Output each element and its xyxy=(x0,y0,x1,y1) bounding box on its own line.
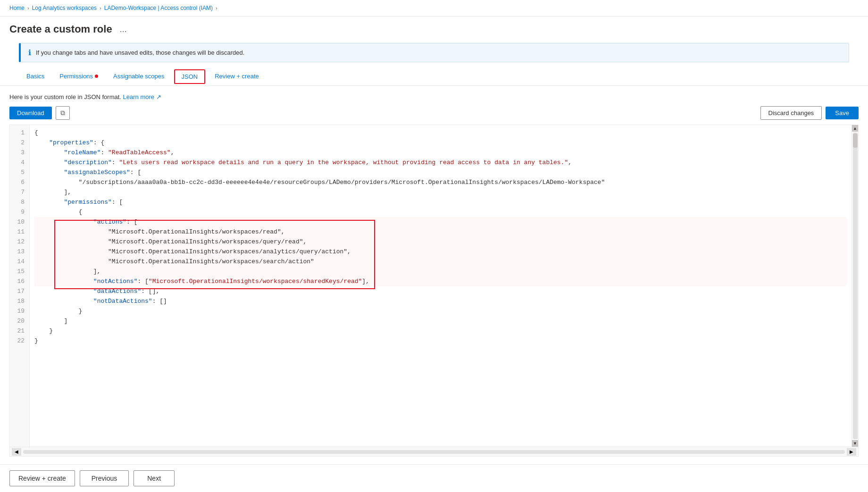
code-line-17: "dataActions": [], xyxy=(34,286,847,296)
code-line-1: { xyxy=(34,128,847,138)
line-number-2: 2 xyxy=(10,138,29,148)
breadcrumb-chevron-1: › xyxy=(27,5,29,11)
discard-changes-button[interactable]: Discard changes xyxy=(760,106,822,120)
breadcrumb-chevron-2: › xyxy=(100,5,101,11)
horizontal-scrollbar[interactable]: ◀ ▶ xyxy=(10,447,858,456)
copy-icon: ⧉ xyxy=(60,109,65,117)
vertical-scrollbar[interactable]: ▲ ▼ xyxy=(851,125,858,447)
code-line-9: { xyxy=(34,207,847,217)
info-banner: ℹ If you change tabs and have unsaved ed… xyxy=(19,43,849,62)
code-line-12: "Microsoft.OperationalInsights/workspace… xyxy=(34,237,847,247)
download-button[interactable]: Download xyxy=(9,107,52,119)
toolbar-right: Discard changes Save xyxy=(760,106,859,120)
page-title: Create a custom role xyxy=(9,23,112,35)
ellipsis-button[interactable]: ... xyxy=(117,24,130,35)
line-number-8: 8 xyxy=(10,197,29,207)
line-number-20: 20 xyxy=(10,316,29,326)
code-line-3: "roleName": "ReadTableAccess", xyxy=(34,148,847,158)
code-editor: 12345678910111213141516171819202122 { "p… xyxy=(9,125,859,457)
code-line-8: "permissions": [ xyxy=(34,197,847,207)
permissions-dot xyxy=(95,75,98,78)
line-number-6: 6 xyxy=(10,177,29,187)
bottom-navigation: Review + create Previous Next xyxy=(0,464,868,492)
page-header: Create a custom role ... ℹ If you change… xyxy=(0,17,868,86)
line-number-13: 13 xyxy=(10,247,29,257)
code-line-11: "Microsoft.OperationalInsights/workspace… xyxy=(34,227,847,237)
h-scroll-track[interactable] xyxy=(23,450,845,454)
line-number-1: 1 xyxy=(10,128,29,138)
code-line-10: "actions": [ xyxy=(34,217,847,227)
breadcrumb-chevron-3: › xyxy=(216,5,217,11)
scroll-left-button[interactable]: ◀ xyxy=(12,448,21,456)
line-number-10: 10 xyxy=(10,217,29,227)
line-number-12: 12 xyxy=(10,237,29,247)
code-line-21: } xyxy=(34,326,847,336)
line-number-21: 21 xyxy=(10,326,29,336)
toolbar-left: Download ⧉ xyxy=(9,106,70,120)
breadcrumb-workspace[interactable]: LADemo-Workspace | Access control (IAM) xyxy=(104,5,213,11)
line-numbers: 12345678910111213141516171819202122 xyxy=(10,125,30,447)
line-number-5: 5 xyxy=(10,167,29,177)
code-line-14: "Microsoft.OperationalInsights/workspace… xyxy=(34,257,847,267)
tabs: Basics Permissions Assignable scopes JSO… xyxy=(9,68,859,85)
line-number-7: 7 xyxy=(10,187,29,197)
toolbar-row: Download ⧉ Discard changes Save xyxy=(9,106,859,120)
code-line-4: "description": "Lets users read workspac… xyxy=(34,158,847,167)
copy-button[interactable]: ⧉ xyxy=(56,106,70,120)
code-content[interactable]: { "properties": { "roleName": "ReadTable… xyxy=(30,125,851,447)
line-number-19: 19 xyxy=(10,306,29,316)
line-number-17: 17 xyxy=(10,286,29,296)
code-line-2: "properties": { xyxy=(34,138,847,148)
info-icon: ℹ xyxy=(28,48,31,57)
line-number-15: 15 xyxy=(10,267,29,276)
tab-basics[interactable]: Basics xyxy=(19,68,52,85)
code-line-6: "/subscriptions/aaaa0a0a-bb1b-cc2c-dd3d-… xyxy=(34,177,847,187)
main-content: Here is your custom role in JSON format.… xyxy=(0,86,868,464)
scroll-up-button[interactable]: ▲ xyxy=(852,125,859,132)
breadcrumb: Home › Log Analytics workspaces › LADemo… xyxy=(0,0,868,17)
code-line-20: ] xyxy=(34,316,847,326)
next-button[interactable]: Next xyxy=(134,470,175,486)
code-line-22: } xyxy=(34,336,847,346)
line-number-4: 4 xyxy=(10,158,29,167)
line-number-14: 14 xyxy=(10,257,29,267)
scroll-thumb[interactable] xyxy=(853,133,858,148)
code-line-15: ], xyxy=(34,267,847,276)
code-line-16: "notActions": ["Microsoft.OperationalIns… xyxy=(34,276,847,286)
line-number-16: 16 xyxy=(10,276,29,286)
tab-json[interactable]: JSON xyxy=(174,69,206,84)
code-line-13: "Microsoft.OperationalInsights/workspace… xyxy=(34,247,847,257)
code-line-5: "assignableScopes": [ xyxy=(34,167,847,177)
tab-permissions[interactable]: Permissions xyxy=(52,68,106,85)
scroll-down-button[interactable]: ▼ xyxy=(852,440,859,447)
code-line-19: } xyxy=(34,306,847,316)
breadcrumb-log-analytics[interactable]: Log Analytics workspaces xyxy=(32,5,97,11)
json-description: Here is your custom role in JSON format.… xyxy=(9,93,859,100)
save-button[interactable]: Save xyxy=(826,107,859,119)
learn-more-link[interactable]: Learn more ↗ xyxy=(123,93,161,100)
code-line-18: "notDataActions": [] xyxy=(34,296,847,306)
info-banner-text: If you change tabs and have unsaved edit… xyxy=(36,49,244,56)
line-number-3: 3 xyxy=(10,148,29,158)
code-scroll[interactable]: 12345678910111213141516171819202122 { "p… xyxy=(10,125,858,447)
tab-assignable-scopes[interactable]: Assignable scopes xyxy=(106,68,172,85)
line-number-18: 18 xyxy=(10,296,29,306)
line-number-11: 11 xyxy=(10,227,29,237)
previous-button[interactable]: Previous xyxy=(80,470,129,486)
review-create-button[interactable]: Review + create xyxy=(9,470,75,486)
scroll-right-button[interactable]: ▶ xyxy=(847,448,856,456)
breadcrumb-home[interactable]: Home xyxy=(9,5,25,11)
line-number-9: 9 xyxy=(10,207,29,217)
line-number-22: 22 xyxy=(10,336,29,346)
scroll-track[interactable] xyxy=(853,133,858,439)
code-line-7: ], xyxy=(34,187,847,197)
tab-review-create[interactable]: Review + create xyxy=(207,68,267,85)
